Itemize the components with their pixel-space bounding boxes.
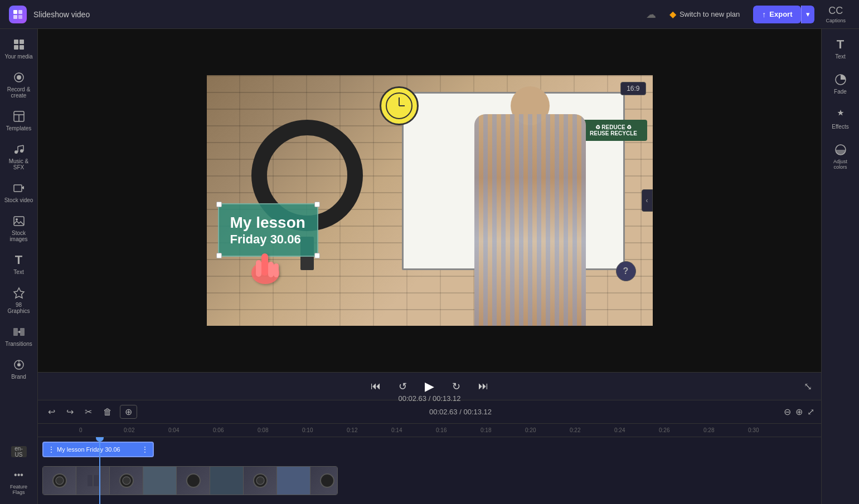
- svg-rect-34: [274, 263, 279, 277]
- video-track-clips[interactable]: [42, 466, 338, 495]
- sidebar-item-templates[interactable]: Templates: [2, 105, 36, 136]
- ruler-mark: 0:28: [702, 427, 747, 433]
- rewind-button[interactable]: ↺: [394, 378, 411, 395]
- ruler-mark: 0:30: [747, 427, 792, 433]
- resize-handle-tr[interactable]: [314, 202, 320, 207]
- right-tool-adjust-colors[interactable]: Adjustcolors: [824, 139, 857, 174]
- captions-button[interactable]: CC Captions: [821, 3, 850, 26]
- delete-button[interactable]: 🗑: [100, 405, 115, 419]
- effects-tool-label: Effects: [832, 124, 848, 130]
- video-thumb-1: [43, 467, 76, 495]
- fullscreen-button[interactable]: ⤡: [804, 380, 812, 393]
- sidebar-item-brand[interactable]: Brand: [2, 354, 36, 384]
- svg-line-17: [18, 145, 23, 146]
- your-media-label: Your media: [4, 53, 32, 60]
- right-tool-text[interactable]: T Text: [824, 33, 857, 64]
- export-button[interactable]: ↑ Export: [753, 6, 801, 23]
- video-preview: ♻ REDUCE ♻ REUSE RECYCLE: [38, 29, 821, 372]
- music-label: Music & SFX: [4, 158, 33, 170]
- text-clip[interactable]: ⋮ My lesson Friday 30.06 ⋮: [42, 442, 154, 457]
- video-thumb-4: [143, 467, 177, 495]
- collapse-right-panel-button[interactable]: ‹: [642, 189, 653, 212]
- cut-button[interactable]: ✂: [81, 404, 95, 419]
- sidebar-item-your-media[interactable]: Your media: [2, 33, 36, 64]
- cursor-hand: [246, 242, 285, 295]
- add-track-button[interactable]: ⊕: [120, 405, 137, 419]
- playhead[interactable]: [99, 437, 100, 504]
- ruler-mark: 0:16: [435, 427, 479, 433]
- stock-images-label: Stock images: [4, 230, 33, 242]
- svg-rect-7: [20, 45, 24, 50]
- fast-forward-button[interactable]: ↻: [448, 378, 465, 395]
- video-thumb-3: [110, 467, 143, 495]
- language-icon: en-US: [11, 446, 27, 457]
- help-button[interactable]: ?: [616, 261, 636, 281]
- sidebar-item-transitions[interactable]: Transitions: [2, 321, 36, 351]
- svg-rect-3: [18, 15, 22, 19]
- graphics-label: 98 Graphics: [4, 302, 33, 314]
- zoom-in-button[interactable]: ⊕: [795, 407, 803, 417]
- templates-icon: [12, 110, 26, 123]
- svg-point-43: [256, 477, 264, 485]
- resize-handle-br[interactable]: [314, 253, 320, 258]
- sidebar-item-en-us[interactable]: en-US: [2, 442, 36, 462]
- svg-rect-33: [268, 262, 274, 277]
- unsaved-indicator: ☁: [646, 8, 656, 21]
- svg-rect-5: [20, 40, 24, 44]
- svg-point-25: [17, 363, 21, 366]
- center-area: ♻ REDUCE ♻ REUSE RECYCLE: [38, 29, 821, 504]
- sidebar-item-feature-flags[interactable]: ••• FeatureFlags: [2, 464, 36, 500]
- diamond-icon: ◆: [669, 9, 676, 19]
- sidebar-item-text[interactable]: T Text: [2, 249, 36, 280]
- undo-button[interactable]: ↩: [45, 404, 59, 419]
- svg-point-9: [17, 75, 21, 80]
- fit-timeline-button[interactable]: ⤢: [807, 407, 814, 417]
- text-label: Text: [13, 269, 23, 275]
- play-pause-button[interactable]: ▶: [420, 377, 439, 396]
- svg-rect-19: [14, 217, 24, 226]
- skip-to-end-button[interactable]: ⏭: [474, 378, 493, 394]
- svg-rect-31: [261, 253, 268, 276]
- music-icon: [12, 143, 26, 156]
- your-media-icon: [12, 38, 26, 51]
- ruler-mark: 0:22: [569, 427, 613, 433]
- export-dropdown-button[interactable]: ▾: [801, 6, 814, 23]
- clip-handle-left[interactable]: ⋮: [48, 446, 55, 453]
- record-icon: [12, 71, 26, 84]
- switch-plan-button[interactable]: ◆ Switch to new plan: [663, 6, 746, 23]
- captions-icon: CC: [828, 5, 843, 17]
- timeline-tracks: ⋮ My lesson Friday 30.06 ⋮: [38, 437, 821, 504]
- fade-tool-label: Fade: [834, 89, 847, 95]
- redo-button[interactable]: ↪: [63, 404, 77, 419]
- svg-point-13: [14, 150, 18, 154]
- sidebar-item-record[interactable]: Record &create: [2, 66, 36, 103]
- svg-rect-6: [14, 45, 18, 50]
- sidebar-item-graphics[interactable]: 98 Graphics: [2, 282, 36, 319]
- graphics-icon: [12, 286, 26, 300]
- sidebar-item-stock-images[interactable]: Stock images: [2, 210, 36, 247]
- ruler-mark: 0:06: [212, 427, 256, 433]
- svg-point-41: [187, 474, 200, 487]
- zoom-out-button[interactable]: ⊖: [784, 407, 791, 417]
- app-logo: [9, 6, 27, 23]
- video-thumb-7: [244, 467, 277, 495]
- svg-rect-1: [18, 10, 22, 14]
- right-tool-fade[interactable]: Fade: [824, 68, 857, 99]
- record-label: Record &create: [7, 86, 31, 99]
- feature-flags-label: FeatureFlags: [10, 484, 27, 495]
- svg-point-44: [321, 474, 334, 487]
- clip-handle-right[interactable]: ⋮: [142, 446, 148, 453]
- rr-line2: REUSE RECYCLE: [585, 130, 643, 136]
- adjust-colors-label: Adjustcolors: [833, 159, 847, 170]
- left-sidebar: Your media Record &create Templates: [0, 29, 38, 504]
- resize-handle-bl[interactable]: [216, 253, 222, 258]
- ruler-mark: 0:20: [524, 427, 569, 433]
- right-tool-effects[interactable]: Effects: [824, 104, 857, 134]
- ruler-mark: 0:10: [301, 427, 346, 433]
- sidebar-item-music[interactable]: Music & SFX: [2, 138, 36, 175]
- rr-poster: ♻ REDUCE ♻ REUSE RECYCLE: [580, 120, 647, 141]
- skip-to-start-button[interactable]: ⏮: [366, 378, 385, 394]
- sidebar-item-stock-video[interactable]: Stock video: [2, 177, 36, 208]
- switch-plan-label: Switch to new plan: [680, 10, 740, 18]
- resize-handle-tl[interactable]: [216, 202, 222, 207]
